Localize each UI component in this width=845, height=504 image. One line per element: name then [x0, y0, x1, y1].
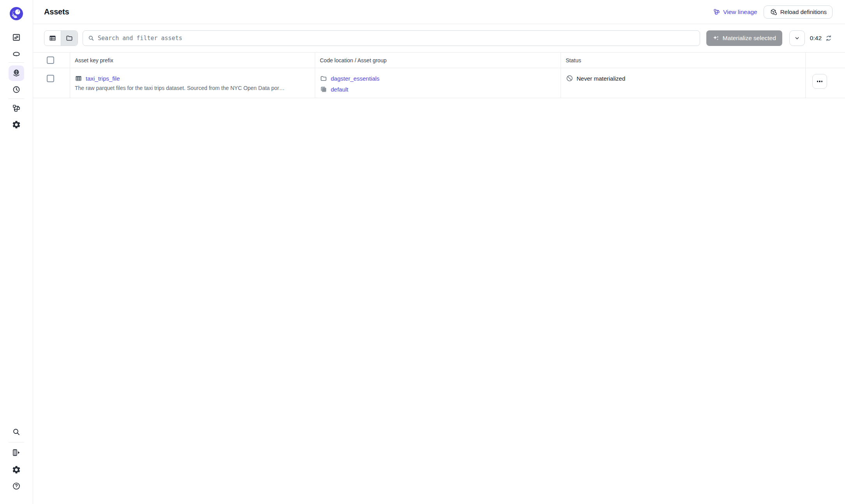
never-materialized-icon	[566, 74, 573, 82]
page: Assets View lineage	[0, 0, 845, 504]
assets-table: Asset key prefix Code location / Asset g…	[33, 52, 845, 98]
sidebar	[0, 0, 33, 504]
column-location: Code location / Asset group	[315, 53, 561, 68]
runs-icon	[12, 49, 21, 58]
location-cell: dagster_essentials default	[315, 68, 561, 98]
materialize-selected-button[interactable]: Materialize selected	[706, 30, 782, 46]
reload-definitions-label: Reload definitions	[780, 9, 827, 15]
refresh-countdown: 0:42	[810, 35, 822, 42]
expand-panel-icon	[12, 448, 21, 457]
asset-cell: taxi_trips_file The raw parquet files fo…	[70, 68, 315, 98]
lineage-icon	[713, 8, 720, 16]
column-asset-key: Asset key prefix	[70, 53, 315, 68]
page-title: Assets	[44, 7, 69, 16]
sidebar-item-graph[interactable]	[9, 100, 24, 116]
column-status: Status	[561, 53, 806, 68]
search-input[interactable]	[98, 31, 700, 46]
page-header: Assets View lineage	[33, 0, 845, 24]
settings-gear-icon	[12, 465, 21, 474]
row-checkbox[interactable]	[47, 75, 54, 82]
status-cell: Never materialized	[561, 68, 806, 98]
table-header-row: Asset key prefix Code location / Asset g…	[33, 52, 845, 68]
materialize-selected-label: Materialize selected	[723, 35, 776, 42]
folder-view-icon	[65, 34, 73, 42]
main-content: Assets View lineage	[33, 0, 845, 504]
materialize-options-button[interactable]	[789, 30, 805, 46]
view-toggle-table[interactable]	[44, 31, 61, 46]
sidebar-item-assets[interactable]	[9, 65, 24, 81]
sidebar-item-help[interactable]	[9, 478, 24, 494]
sidebar-item-expand-panel[interactable]	[9, 445, 24, 460]
chevron-down-icon	[794, 35, 800, 41]
view-toggle	[44, 30, 78, 46]
actions-cell	[806, 68, 836, 98]
view-lineage-link[interactable]: View lineage	[713, 8, 757, 16]
more-icon	[817, 81, 818, 82]
sidebar-item-search[interactable]	[9, 424, 24, 440]
asset-key-link[interactable]: taxi_trips_file	[86, 75, 120, 82]
table-row: taxi_trips_file The raw parquet files fo…	[33, 68, 845, 98]
dagster-logo-icon	[10, 7, 23, 20]
graph-icon	[12, 104, 21, 113]
code-location-link[interactable]: dagster_essentials	[331, 75, 379, 82]
column-actions	[806, 53, 836, 68]
search-icon	[88, 35, 95, 42]
sidebar-item-settings[interactable]	[9, 462, 24, 478]
toolbar: Materialize selected 0:42	[44, 30, 833, 46]
sidebar-item-runs[interactable]	[9, 46, 24, 62]
folder-icon	[320, 75, 327, 82]
asset-group-link[interactable]: default	[331, 86, 348, 93]
sidebar-item-overview[interactable]	[9, 30, 24, 45]
header-checkbox-cell	[33, 53, 70, 68]
schedules-icon	[12, 85, 21, 94]
sidebar-divider	[9, 442, 24, 442]
reload-definitions-button[interactable]: Reload definitions	[764, 5, 833, 19]
table-view-icon	[49, 34, 56, 42]
sidebar-divider	[9, 62, 24, 63]
sidebar-divider	[9, 99, 24, 99]
row-checkbox-cell	[33, 68, 70, 98]
sparkle-icon	[713, 35, 720, 42]
search-icon	[12, 427, 21, 437]
sidebar-item-deployment[interactable]	[9, 117, 24, 132]
asset-group-icon	[320, 86, 327, 93]
view-toggle-folder[interactable]	[61, 31, 78, 46]
dagster-logo[interactable]	[10, 7, 23, 20]
row-actions-button[interactable]	[812, 74, 827, 89]
view-lineage-label: View lineage	[723, 9, 757, 16]
overview-icon	[12, 33, 21, 42]
help-icon	[12, 481, 21, 491]
select-all-checkbox[interactable]	[47, 56, 54, 64]
asset-table-icon	[75, 75, 82, 82]
status-text: Never materialized	[577, 75, 625, 82]
reload-definitions-icon	[769, 8, 777, 16]
sidebar-item-schedules[interactable]	[9, 82, 24, 97]
assets-icon	[12, 69, 21, 78]
asset-search	[83, 30, 700, 46]
refresh-button[interactable]	[825, 34, 833, 42]
header-actions: View lineage Reload definitions	[713, 5, 833, 19]
deployment-gear-icon	[12, 120, 21, 129]
refresh-icon	[825, 34, 833, 42]
asset-description: The raw parquet files for the taxi trips…	[75, 85, 309, 91]
